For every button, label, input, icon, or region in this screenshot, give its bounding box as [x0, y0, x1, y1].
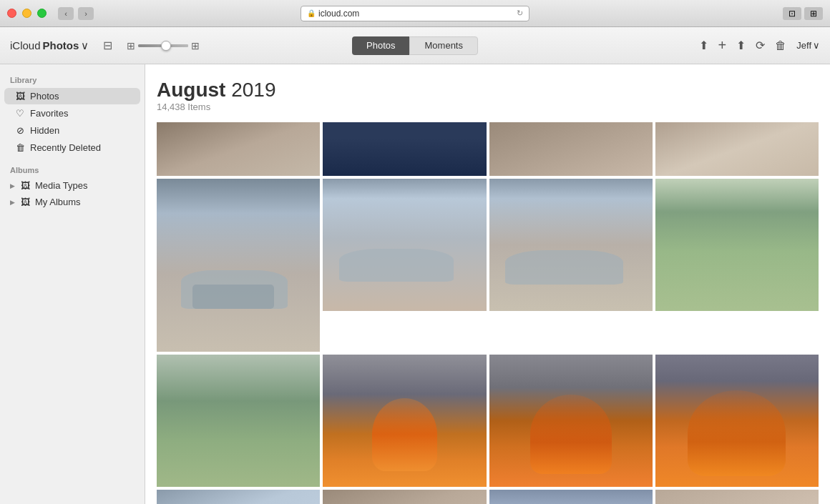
sidebar-group-media-types[interactable]: ▶ 🖼 Media Types [0, 177, 145, 194]
photo-cell-bottom3[interactable] [489, 490, 653, 504]
title-year: 2019 [231, 79, 275, 101]
main-layout: Library 🖼 Photos ♡ Favorites ⊘ Hidden 🗑 … [0, 64, 830, 504]
sidebar-item-favorites-label: Favorites [30, 108, 68, 119]
content-area: August 2019 14,438 Items [145, 64, 830, 504]
photo-row-bottom [157, 490, 819, 504]
user-caret: ∨ [813, 40, 820, 51]
sidebar-item-photos[interactable]: 🖼 Photos [4, 88, 140, 104]
url-bar[interactable]: 🔒 icloud.com ↻ [301, 6, 529, 21]
zoom-small-icon: ⊞ [127, 40, 135, 51]
url-bar-container: 🔒 icloud.com ↻ [301, 6, 529, 21]
reader-button[interactable]: ⊡ [783, 7, 801, 20]
photo-cell-fire2[interactable] [489, 355, 653, 487]
my-albums-arrow: ▶ [10, 199, 15, 206]
delete-button[interactable]: 🗑 [775, 39, 786, 52]
zoom-slider[interactable] [138, 44, 188, 47]
window-controls [7, 9, 47, 18]
minimize-button[interactable] [22, 9, 31, 18]
sidebar-item-photos-label: Photos [30, 91, 59, 102]
hidden-icon: ⊘ [14, 125, 26, 136]
my-albums-icon: 🖼 [19, 197, 31, 207]
media-types-arrow: ▶ [10, 182, 15, 189]
sidebar-item-hidden-label: Hidden [30, 125, 59, 136]
media-types-icon: 🖼 [19, 180, 31, 191]
sidebar-item-favorites[interactable]: ♡ Favorites [4, 105, 140, 122]
sidebar-item-recently-deleted-label: Recently Deleted [30, 142, 101, 153]
app-photos-label: Photos [43, 39, 79, 51]
sidebar-item-hidden[interactable]: ⊘ Hidden [4, 122, 140, 139]
view-tabs: Photos Moments [352, 36, 478, 55]
lock-icon: 🔒 [307, 9, 316, 17]
sidebar-group-media-types-label: Media Types [35, 180, 87, 191]
app-icloud-label: iCloud [10, 39, 41, 51]
sidebar-item-recently-deleted[interactable]: 🗑 Recently Deleted [4, 139, 140, 156]
user-label: Jeff [796, 40, 811, 51]
back-button[interactable]: ‹ [58, 7, 74, 20]
url-text: icloud.com [318, 9, 359, 19]
photo-cell[interactable] [489, 122, 653, 176]
photo-row-top [157, 122, 819, 176]
page-title: August 2019 [157, 79, 819, 102]
app-toolbar: iCloud Photos ∨ ⊟ ⊞ ⊞ Photos Moments ⬆ +… [0, 27, 830, 64]
photo-cell-bottom1[interactable] [157, 490, 320, 504]
navigation-buttons: ‹ › [58, 7, 94, 20]
photo-row-cars [157, 179, 819, 352]
sync-button[interactable]: ⟳ [756, 39, 765, 52]
zoom-controls: ⊞ ⊞ [127, 40, 200, 51]
share-button[interactable]: ⬆ [736, 39, 746, 52]
photo-cell-fire3[interactable] [655, 355, 819, 487]
sidebar-group-my-albums-label: My Albums [35, 197, 81, 207]
zoom-large-icon: ⊞ [191, 40, 200, 51]
refresh-button[interactable]: ↻ [517, 9, 523, 18]
title-month: August [157, 79, 225, 101]
library-section-label: Library [0, 73, 145, 87]
photo-cell[interactable] [655, 122, 819, 176]
zoom-slider-thumb[interactable] [161, 41, 171, 51]
sidebar-group-my-albums[interactable]: ▶ 🖼 My Albums [0, 194, 145, 210]
photo-cell-hills[interactable] [655, 179, 819, 311]
toolbar-actions: ⬆ + ⬆ ⟳ 🗑 Jeff ∨ [699, 37, 820, 54]
photo-cell-bottom4[interactable] [655, 490, 819, 504]
tab-photos[interactable]: Photos [352, 36, 409, 55]
titlebar: ‹ › 🔒 icloud.com ↻ ⊡ ⊞ [0, 0, 830, 27]
tab-moments[interactable]: Moments [410, 36, 478, 55]
close-button[interactable] [7, 9, 16, 18]
trash-icon: 🗑 [14, 142, 26, 153]
add-button[interactable]: + [718, 37, 727, 54]
sidebar: Library 🖼 Photos ♡ Favorites ⊘ Hidden 🗑 … [0, 64, 145, 504]
tab-button[interactable]: ⊞ [804, 7, 823, 20]
albums-section-label: Albums [0, 163, 145, 177]
photos-icon: 🖼 [14, 91, 26, 102]
page-heading: August 2019 14,438 Items [157, 79, 819, 112]
maximize-button[interactable] [37, 9, 47, 18]
item-count: 14,438 Items [157, 102, 819, 112]
user-menu[interactable]: Jeff ∨ [796, 40, 820, 51]
upload-button[interactable]: ⬆ [699, 39, 708, 52]
photo-row-cars2 [157, 355, 819, 487]
app-title-caret[interactable]: ∨ [81, 39, 89, 52]
sidebar-toggle-button[interactable]: ⊟ [103, 39, 112, 52]
photo-cell-car2[interactable] [323, 179, 486, 311]
photo-cell[interactable] [323, 122, 486, 176]
app-title: iCloud Photos ∨ [10, 39, 89, 52]
photo-cell[interactable] [157, 122, 320, 176]
photo-cell-field[interactable] [157, 355, 320, 487]
photo-cell-bottom2[interactable] [323, 490, 486, 504]
photo-cell-car3[interactable] [489, 179, 653, 311]
photo-cell-fire1[interactable] [323, 355, 486, 487]
titlebar-right-actions: ⊡ ⊞ [783, 7, 823, 20]
forward-button[interactable]: › [78, 7, 94, 20]
favorites-icon: ♡ [14, 108, 26, 119]
photo-cell-car-tall[interactable] [157, 179, 320, 352]
